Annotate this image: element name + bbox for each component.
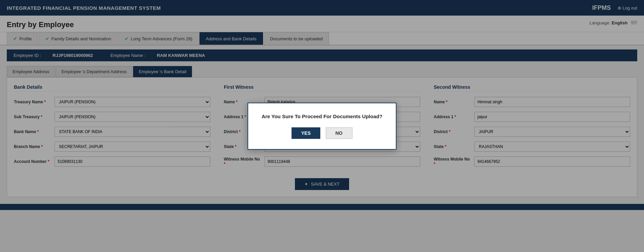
modal-no-button[interactable]: NO xyxy=(326,127,352,139)
modal-overlay: Are You Sure To Proceed For Documents Up… xyxy=(0,0,644,252)
modal-yes-button[interactable]: YES xyxy=(292,127,320,139)
modal-buttons: YES NO xyxy=(262,127,383,139)
modal-box: Are You Sure To Proceed For Documents Up… xyxy=(248,103,397,150)
modal-message: Are You Sure To Proceed For Documents Up… xyxy=(262,113,383,119)
